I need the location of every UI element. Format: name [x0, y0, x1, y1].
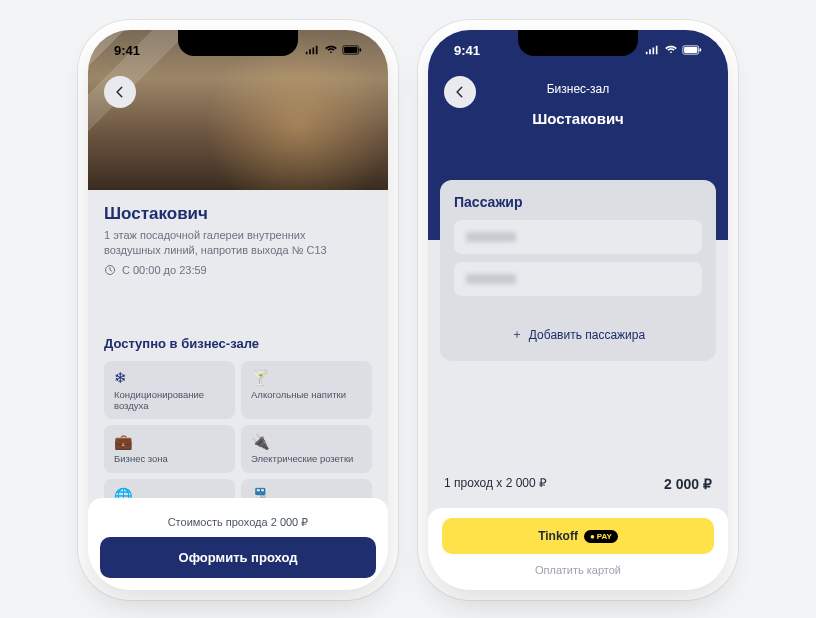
lounge-name: Шостакович: [428, 110, 728, 127]
amenities-grid: ❄Кондиционирование воздуха 🍸Алкогольные …: [104, 361, 372, 515]
pay-badge-dot: ●: [590, 532, 595, 541]
status-icons: [305, 45, 362, 55]
amenity-item: ❄Кондиционирование воздуха: [104, 361, 235, 420]
amenities-title: Доступно в бизнес-зале: [104, 336, 372, 351]
passenger-doc-field[interactable]: [454, 262, 702, 296]
status-time: 9:41: [114, 43, 140, 58]
tinkoff-label: Tinkoff: [538, 529, 578, 543]
briefcase-icon: 💼: [114, 433, 225, 449]
passenger-card: Пассажир ＋ Добавить пассажира: [440, 180, 716, 361]
plug-icon: 🔌: [251, 433, 362, 449]
lounge-hours: С 00:00 до 23:59: [104, 264, 372, 276]
arrow-left-icon: [453, 85, 467, 99]
redacted-text: [466, 274, 516, 284]
amenity-item: 🔌Электрические розетки: [241, 425, 372, 472]
snowflake-icon: ❄: [114, 369, 225, 385]
amenity-label: Бизнес зона: [114, 453, 225, 464]
pay-badge: ● PAY: [584, 530, 618, 543]
notch: [518, 30, 638, 56]
plus-icon: ＋: [511, 326, 523, 343]
amenity-item: 🍸Алкогольные напитки: [241, 361, 372, 420]
price-label: Стоимость прохода 2 000: [100, 516, 376, 529]
payment-sheet: Tinkoff ● PAY Оплатить картой: [428, 508, 728, 590]
add-passenger-button[interactable]: ＋ Добавить пассажира: [454, 326, 702, 343]
summary-breakdown: 1 проход х 2 000: [444, 476, 547, 492]
cocktail-icon: 🍸: [251, 369, 362, 385]
checkout-button[interactable]: Оформить проход: [100, 537, 376, 578]
price-summary: 1 проход х 2 000 2 000: [444, 476, 712, 492]
amenity-label: Алкогольные напитки: [251, 389, 362, 400]
clock-icon: [104, 264, 116, 276]
summary-total: 2 000: [664, 476, 712, 492]
tinkoff-pay-button[interactable]: Tinkoff ● PAY: [442, 518, 714, 554]
phone-lounge-detail: 9:41 Шостакович 1 этаж посадочной галере…: [88, 30, 388, 590]
status-time: 9:41: [454, 43, 480, 58]
svg-rect-5: [684, 47, 697, 53]
passenger-name-field[interactable]: [454, 220, 702, 254]
back-button[interactable]: [104, 76, 136, 108]
amenity-item: 💼Бизнес зона: [104, 425, 235, 472]
status-icons: [645, 45, 702, 55]
svg-rect-6: [700, 48, 702, 51]
amenity-label: Кондиционирование воздуха: [114, 389, 225, 412]
pay-badge-text: PAY: [597, 532, 612, 541]
svg-rect-2: [360, 48, 362, 51]
redacted-text: [466, 232, 516, 242]
hours-text: С 00:00 до 23:59: [122, 264, 207, 276]
svg-rect-1: [344, 47, 357, 53]
lounge-location: 1 этаж посадочной галереи внутренних воз…: [104, 228, 334, 258]
add-passenger-label: Добавить пассажира: [529, 328, 645, 342]
passenger-section-title: Пассажир: [454, 194, 702, 210]
lounge-title: Шостакович: [104, 204, 372, 224]
pay-by-card-link[interactable]: Оплатить картой: [442, 564, 714, 576]
notch: [178, 30, 298, 56]
back-button[interactable]: [444, 76, 476, 108]
amenity-label: Электрические розетки: [251, 453, 362, 464]
arrow-left-icon: [113, 85, 127, 99]
phone-checkout: 9:41 Бизнес-зал Шостакович Пассажир ＋ До…: [428, 30, 728, 590]
bottom-sheet: Стоимость прохода 2 000 Оформить проход: [88, 498, 388, 590]
